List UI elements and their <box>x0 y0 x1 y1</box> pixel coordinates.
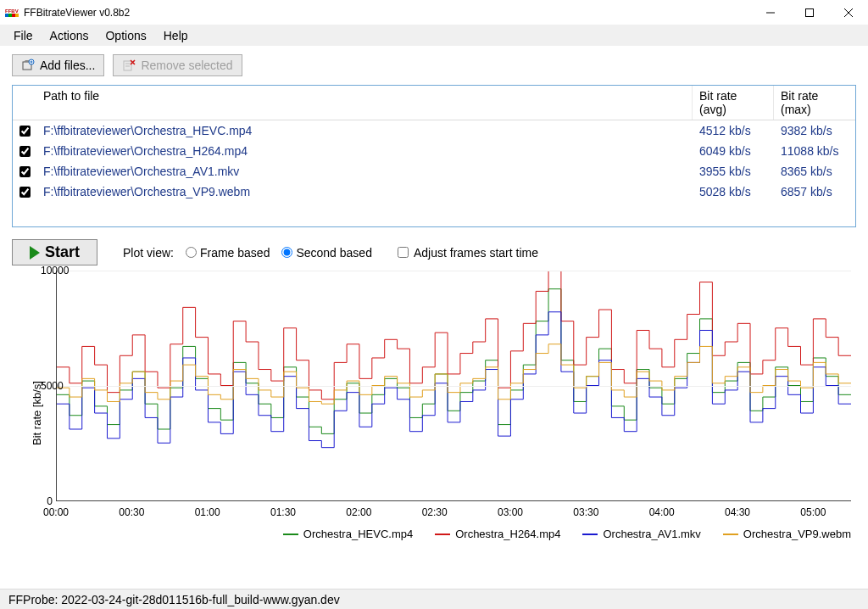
legend-item[interactable]: Orchestra_VP9.webm <box>723 528 851 540</box>
play-icon <box>30 246 40 260</box>
maximize-button[interactable] <box>790 0 829 25</box>
row-check[interactable] <box>13 124 36 138</box>
remove-selected-icon <box>122 59 136 72</box>
chart-legend: Orchestra_HEVC.mp4Orchestra_H264.mp4Orch… <box>283 528 851 540</box>
radio-frame-based[interactable]: Frame based <box>186 246 270 260</box>
row-avg: 4512 kb/s <box>693 122 774 139</box>
xtick: 02:30 <box>422 506 448 518</box>
start-label: Start <box>45 243 80 261</box>
ytick: 5000 <box>41 380 53 392</box>
add-files-button[interactable]: Add files... <box>12 54 104 76</box>
xtick: 00:00 <box>43 506 69 518</box>
xtick: 05:00 <box>800 506 826 518</box>
xtick: 00:30 <box>119 506 144 518</box>
xtick: 03:30 <box>573 506 598 518</box>
table-row[interactable]: F:\ffbitrateviewer\Orchestra_HEVC.mp4451… <box>13 120 855 141</box>
menubar: File Actions Options Help <box>0 25 868 46</box>
controls-row: Start Plot view: Frame based Second base… <box>12 239 856 265</box>
row-max: 11088 kb/s <box>774 142 855 159</box>
remove-selected-button[interactable]: Remove selected <box>113 54 242 76</box>
radio-second-input[interactable] <box>281 247 292 258</box>
radio-second-based[interactable]: Second based <box>281 246 372 260</box>
add-files-label: Add files... <box>40 59 95 72</box>
row-path[interactable]: F:\ffbitrateviewer\Orchestra_AV1.mkv <box>36 163 693 180</box>
col-check <box>13 86 36 120</box>
chart-plot-area[interactable] <box>56 271 851 501</box>
xtick: 01:00 <box>195 506 220 518</box>
col-avg[interactable]: Bit rate (avg) <box>693 86 774 120</box>
menu-file[interactable]: File <box>5 25 42 46</box>
row-avg: 3955 kb/s <box>693 163 774 180</box>
toolbar: Add files... Remove selected <box>12 54 856 76</box>
row-path[interactable]: F:\ffbitrateviewer\Orchestra_VP9.webm <box>36 183 693 200</box>
statusbar: FFProbe: 2022-03-24-git-28d011516b-full_… <box>0 589 868 609</box>
xtick: 01:30 <box>270 506 296 518</box>
row-check[interactable] <box>13 144 36 159</box>
xtick: 03:00 <box>498 506 523 518</box>
menu-options[interactable]: Options <box>97 25 154 46</box>
row-max: 9382 kb/s <box>774 122 855 139</box>
row-avg: 5028 kb/s <box>693 183 774 200</box>
radio-frame-input[interactable] <box>186 247 197 258</box>
menu-actions[interactable]: Actions <box>42 25 97 46</box>
chart: Bit rate [kb/s] Orchestra_HEVC.mp4Orches… <box>12 271 856 556</box>
table-row[interactable]: F:\ffbitrateviewer\Orchestra_AV1.mkv3955… <box>13 161 855 182</box>
row-max: 6857 kb/s <box>774 183 855 200</box>
svg-rect-1 <box>806 8 814 16</box>
legend-item[interactable]: Orchestra_H264.mp4 <box>435 528 560 540</box>
xtick: 02:00 <box>346 506 371 518</box>
titlebar: FFBV FFBitrateViewer v0.8b2 <box>0 0 868 25</box>
close-button[interactable] <box>829 0 868 25</box>
row-path[interactable]: F:\ffbitrateviewer\Orchestra_H264.mp4 <box>36 142 693 159</box>
menu-help[interactable]: Help <box>155 25 197 46</box>
add-files-icon <box>21 59 35 72</box>
status-text: FFProbe: 2022-03-24-git-28d011516b-full_… <box>8 593 340 606</box>
start-button[interactable]: Start <box>12 239 97 265</box>
app-icon: FFBV <box>5 6 19 20</box>
table-row[interactable]: F:\ffbitrateviewer\Orchestra_VP9.webm502… <box>13 182 855 202</box>
legend-item[interactable]: Orchestra_HEVC.mp4 <box>283 528 413 540</box>
ytick: 10000 <box>41 265 53 277</box>
adjust-frames-checkbox[interactable]: Adjust frames start time <box>398 246 538 260</box>
adjust-frames-input[interactable] <box>398 247 409 258</box>
col-max[interactable]: Bit rate (max) <box>774 86 855 120</box>
row-path[interactable]: F:\ffbitrateviewer\Orchestra_HEVC.mp4 <box>36 122 693 139</box>
row-check[interactable] <box>13 165 36 179</box>
row-max: 8365 kb/s <box>774 163 855 180</box>
xtick: 04:30 <box>725 506 750 518</box>
legend-item[interactable]: Orchestra_AV1.mkv <box>582 528 700 540</box>
ytick: 0 <box>41 495 53 507</box>
col-path[interactable]: Path to file <box>36 86 693 120</box>
plot-view-label: Plot view: <box>123 246 174 260</box>
table-row[interactable]: F:\ffbitrateviewer\Orchestra_H264.mp4604… <box>13 141 855 161</box>
xtick: 04:00 <box>649 506 675 518</box>
row-check[interactable] <box>13 185 36 199</box>
row-avg: 6049 kb/s <box>693 142 774 159</box>
file-table: Path to file Bit rate (avg) Bit rate (ma… <box>12 85 856 227</box>
window-title: FFBitrateViewer v0.8b2 <box>24 7 130 19</box>
minimize-button[interactable] <box>751 0 790 25</box>
remove-selected-label: Remove selected <box>141 59 232 72</box>
